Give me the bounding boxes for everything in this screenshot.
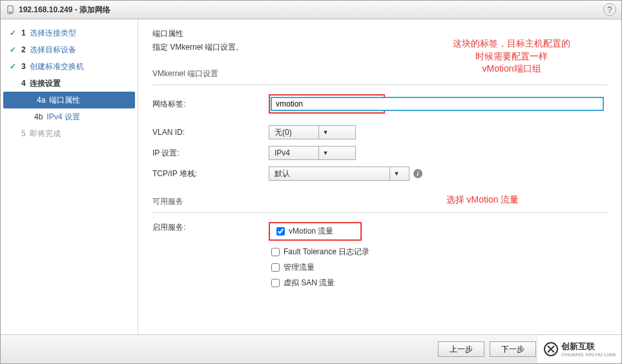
step-num: 4b — [34, 111, 43, 123]
group-vmkernel-heading: VMkernel 端口设置 — [152, 68, 607, 79]
watermark: 创新互联 CHUANG XIN HU LIAN — [537, 335, 621, 363]
checkbox-input[interactable] — [271, 263, 280, 272]
host-icon — [6, 5, 15, 14]
wizard-step-4b[interactable]: 4b IPv4 设置 — [1, 108, 138, 125]
info-icon[interactable]: i — [413, 169, 422, 178]
checkbox-input[interactable] — [276, 227, 285, 236]
step-label: IPv4 设置 — [47, 111, 79, 123]
select-value: 默认 — [269, 168, 389, 179]
divider — [152, 212, 607, 213]
wizard-step-3[interactable]: ✓ 3 创建标准交换机 — [1, 58, 138, 75]
row-network-label: 网络标签: — [152, 94, 607, 114]
step-num: 4a — [37, 94, 45, 106]
chevron-down-icon: ▼ — [318, 126, 332, 139]
step-label: 端口属性 — [49, 94, 80, 106]
next-button[interactable]: 下一步 — [490, 341, 536, 357]
checkbox-vmotion[interactable]: vMotion 流量 — [274, 225, 333, 238]
label-tcpip-stack: TCP/IP 堆栈: — [152, 168, 269, 179]
label-enable-services: 启用服务: — [152, 222, 269, 233]
wizard-step-2[interactable]: ✓ 2 选择目标设备 — [1, 41, 138, 58]
select-vlan-id[interactable]: 无(0) ▼ — [269, 125, 356, 139]
prev-button[interactable]: 上一步 — [438, 341, 484, 357]
window-title: 192.168.10.249 - 添加网络 — [19, 5, 110, 15]
wizard-step-5[interactable]: 5 即将完成 — [1, 125, 138, 142]
step-label: 创建标准交换机 — [30, 61, 84, 72]
select-tcpip-stack[interactable]: 默认 ▼ — [269, 167, 409, 181]
checkbox-label: 虚拟 SAN 流量 — [284, 278, 335, 288]
dialog-window: 192.168.10.249 - 添加网络 ? ✓ 1 选择连接类型 ✓ 2 选… — [0, 0, 622, 364]
checkbox-label: vMotion 流量 — [289, 226, 333, 237]
select-value: IPv4 — [269, 148, 318, 157]
section-title: 端口属性 — [152, 28, 607, 39]
select-value: 无(0) — [269, 127, 318, 138]
step-label: 选择目标设备 — [30, 44, 76, 56]
step-label: 选择连接类型 — [30, 27, 76, 39]
wizard-sidebar: ✓ 1 选择连接类型 ✓ 2 选择目标设备 ✓ 3 创建标准交换机 4 连接设置… — [1, 19, 138, 334]
checkbox-label: 管理流量 — [284, 262, 315, 273]
svg-rect-1 — [9, 12, 12, 13]
step-num: 5 — [21, 128, 26, 139]
input-network-label[interactable] — [271, 97, 604, 111]
check-icon: ✓ — [8, 27, 17, 39]
step-num: 3 — [21, 61, 26, 72]
main-area: ✓ 1 选择连接类型 ✓ 2 选择目标设备 ✓ 3 创建标准交换机 4 连接设置… — [1, 19, 621, 334]
row-ip-settings: IP 设置: IPv4 ▼ — [152, 146, 607, 160]
step-num: 1 — [21, 27, 26, 39]
step-label: 连接设置 — [30, 77, 61, 89]
wizard-step-1[interactable]: ✓ 1 选择连接类型 — [1, 25, 138, 41]
label-network-label: 网络标签: — [152, 99, 269, 110]
checkbox-management[interactable]: 管理流量 — [269, 261, 369, 274]
check-icon: ✓ — [8, 44, 17, 56]
row-enable-services: 启用服务: vMotion 流量 Fault Tolerance 日志记录 — [152, 222, 607, 292]
label-ip-settings: IP 设置: — [152, 148, 269, 159]
services-checkbox-group: vMotion 流量 Fault Tolerance 日志记录 管理流量 虚拟 … — [269, 222, 369, 292]
checkbox-fault-tolerance[interactable]: Fault Tolerance 日志记录 — [269, 246, 369, 258]
watermark-text: 创新互联 CHUANG XIN HU LIAN — [561, 341, 616, 358]
row-vlan-id: VLAN ID: 无(0) ▼ — [152, 125, 607, 139]
row-tcpip-stack: TCP/IP 堆栈: 默认 ▼ i — [152, 167, 607, 181]
checkbox-input[interactable] — [271, 279, 280, 287]
checkbox-label: Fault Tolerance 日志记录 — [284, 247, 369, 258]
titlebar: 192.168.10.249 - 添加网络 ? — [1, 1, 621, 19]
group-services-heading: 可用服务 — [152, 196, 607, 207]
step-label: 即将完成 — [30, 128, 61, 139]
wizard-step-4[interactable]: 4 连接设置 — [1, 75, 138, 92]
watermark-icon — [543, 341, 559, 357]
select-ip-settings[interactable]: IPv4 ▼ — [269, 146, 356, 160]
content-panel: 端口属性 指定 VMkernel 端口设置。 这块的标签，目标主机配置的 时候需… — [138, 19, 621, 334]
check-icon: ✓ — [8, 61, 17, 72]
wizard-step-4a[interactable]: 4a 端口属性 — [3, 92, 135, 108]
dialog-footer: 上一步 下一步 — [1, 334, 621, 363]
checkbox-vsan[interactable]: 虚拟 SAN 流量 — [269, 277, 369, 289]
step-num: 4 — [21, 77, 26, 89]
checkbox-input[interactable] — [271, 248, 280, 256]
chevron-down-icon: ▼ — [389, 167, 403, 180]
step-num: 2 — [21, 44, 26, 56]
divider — [152, 85, 607, 85]
help-icon[interactable]: ? — [603, 3, 616, 16]
label-vlan-id: VLAN ID: — [152, 128, 269, 137]
section-desc: 指定 VMkernel 端口设置。 — [152, 42, 607, 53]
chevron-down-icon: ▼ — [318, 147, 332, 159]
highlight-box: vMotion 流量 — [269, 222, 362, 241]
